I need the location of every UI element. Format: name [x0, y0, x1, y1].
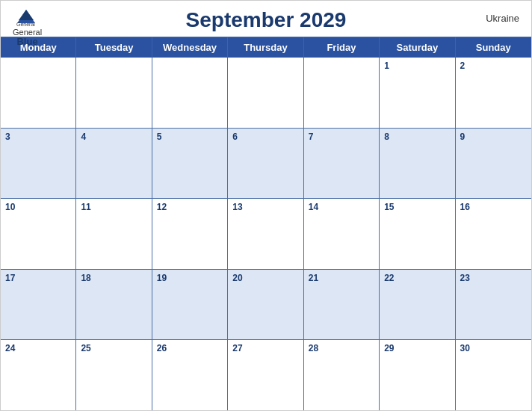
date-number: 5: [157, 132, 162, 142]
day-cell: 20: [228, 270, 303, 340]
date-number: 14: [309, 202, 318, 212]
date-number: 27: [232, 343, 242, 353]
date-number: 1: [384, 61, 389, 71]
day-cell: 11: [76, 199, 152, 269]
day-cell: 23: [456, 270, 531, 340]
date-number: 12: [157, 202, 167, 212]
date-number: 22: [384, 273, 394, 283]
date-number: 4: [81, 132, 86, 142]
day-cell: 29: [380, 340, 455, 410]
day-cell: 7: [304, 129, 380, 199]
date-number: 19: [157, 273, 167, 283]
header-tuesday: Tuesday: [76, 37, 152, 58]
day-cell: 21: [304, 270, 380, 340]
logo: General General Blue: [13, 7, 42, 47]
day-cell: 24: [1, 340, 76, 410]
date-number: 6: [232, 132, 238, 142]
svg-text:General: General: [16, 22, 35, 27]
day-cell: 8: [380, 129, 455, 199]
week-row-5: 24252627282930: [1, 340, 531, 410]
day-cell: [76, 58, 152, 128]
date-number: 25: [81, 343, 90, 353]
day-cell: 3: [1, 129, 76, 199]
date-number: 21: [309, 273, 318, 283]
date-number: 8: [384, 132, 389, 142]
date-number: 26: [157, 343, 167, 353]
day-cell: 13: [228, 199, 303, 269]
calendar-header: General General Blue September 2029 Ukra…: [1, 1, 531, 37]
date-number: 23: [460, 273, 470, 283]
date-number: 3: [5, 132, 10, 142]
day-cell: 9: [456, 129, 531, 199]
date-number: 13: [232, 202, 242, 212]
date-number: 9: [460, 132, 466, 142]
date-number: 11: [81, 202, 90, 212]
day-cell: 10: [1, 199, 76, 269]
day-cell: 15: [380, 199, 455, 269]
day-cell: 6: [228, 129, 303, 199]
date-number: 2: [460, 61, 466, 71]
date-number: 30: [460, 343, 470, 353]
day-cell: [228, 58, 303, 128]
day-cell: 16: [456, 199, 531, 269]
day-cell: 27: [228, 340, 303, 410]
date-number: 16: [460, 202, 470, 212]
day-cell: 25: [76, 340, 152, 410]
week-row-4: 17181920212223: [1, 270, 531, 341]
header-saturday: Saturday: [380, 37, 455, 58]
header-sunday: Sunday: [456, 37, 531, 58]
day-cell: 1: [380, 58, 455, 128]
day-cell: 2: [456, 58, 531, 128]
calendar-grid: Monday Tuesday Wednesday Thursday Friday…: [1, 37, 531, 410]
day-cell: 19: [152, 270, 228, 340]
day-cell: 30: [456, 340, 531, 410]
logo-blue-text: Blue: [16, 37, 37, 47]
date-number: 10: [5, 202, 15, 212]
day-headers-row: Monday Tuesday Wednesday Thursday Friday…: [1, 37, 531, 58]
header-thursday: Thursday: [228, 37, 303, 58]
day-cell: 12: [152, 199, 228, 269]
header-friday: Friday: [304, 37, 380, 58]
header-wednesday: Wednesday: [152, 37, 228, 58]
day-cell: 5: [152, 129, 228, 199]
day-cell: [1, 58, 76, 128]
date-number: 28: [309, 343, 318, 353]
week-row-2: 3456789: [1, 129, 531, 200]
date-number: 15: [384, 202, 394, 212]
calendar-container: General General Blue September 2029 Ukra…: [0, 0, 532, 411]
date-number: 18: [81, 273, 90, 283]
date-number: 17: [5, 273, 15, 283]
day-cell: [304, 58, 380, 128]
day-cell: 28: [304, 340, 380, 410]
day-cell: 18: [76, 270, 152, 340]
day-cell: 22: [380, 270, 455, 340]
day-cell: [152, 58, 228, 128]
calendar-title: September 2029: [186, 8, 347, 32]
week-row-3: 10111213141516: [1, 199, 531, 270]
date-number: 20: [232, 273, 242, 283]
week-row-1: 12: [1, 58, 531, 129]
logo-icon: General: [13, 7, 40, 28]
day-cell: 14: [304, 199, 380, 269]
date-number: 29: [384, 343, 394, 353]
date-number: 24: [5, 343, 15, 353]
day-cell: 17: [1, 270, 76, 340]
country-label: Ukraine: [486, 13, 519, 24]
date-number: 7: [309, 132, 314, 142]
weeks-container: 1234567891011121314151617181920212223242…: [1, 58, 531, 410]
day-cell: 4: [76, 129, 152, 199]
day-cell: 26: [152, 340, 228, 410]
